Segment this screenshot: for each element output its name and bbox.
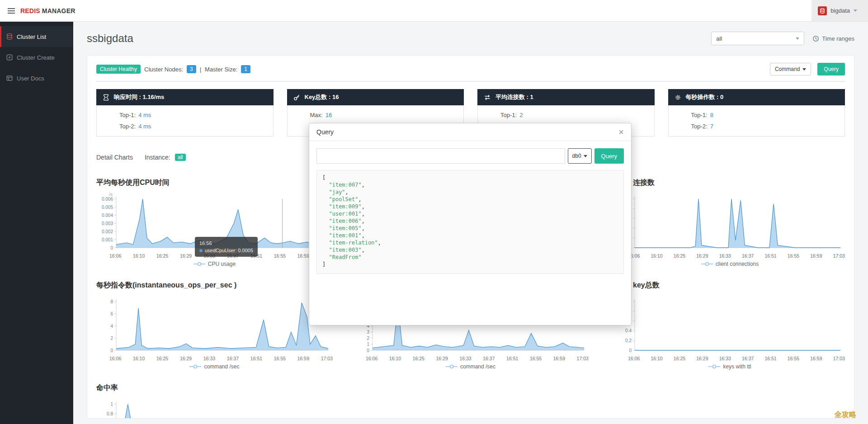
svg-text:4: 4 [110,324,113,329]
query-input[interactable] [316,148,565,164]
stat-row: Top-1:4 ms [119,109,273,121]
master-size-label: Master Size: [205,66,237,73]
chart-legend[interactable]: client connections [615,261,845,267]
chart-title: 平均每秒使用CPU时间 [96,178,333,188]
brand-redis: REDIS [20,7,40,14]
x-axis-labels: 16:0616:1016:2516:2916:3316:3716:5116:55… [96,356,333,361]
chart-title: 每秒指令数(instantaneous_ops_per_sec ) [96,281,333,291]
svg-text:0.003: 0.003 [102,221,113,226]
chart-plot[interactable]: 11.21.41.61.82 [615,192,845,250]
chart-legend[interactable]: CPU usage [96,261,333,267]
x-axis-labels: 16:0616:1016:2516:2916:3316:3716:5116:55… [353,356,589,361]
stat-row: Max:16 [310,109,464,121]
chart-ops-per-sec: 每秒指令数(instantaneous_ops_per_sec )0246816… [96,281,333,370]
cluster-status-bar: Cluster Healthy Cluster Nodes: 3 | Maste… [96,63,845,82]
chart-plot[interactable]: 00.20.40.60.81 [96,397,333,419]
chevron-down-icon [584,155,587,157]
clock-icon [812,35,819,42]
redis-logo-icon [818,6,827,15]
x-axis-labels: 16:0616:1016:2516:2916:3316:3716:5116:55… [615,253,845,259]
legend-marker-icon [708,364,720,369]
header-controls: all Time ranges [711,32,854,45]
chart-hit-rate: 命中率00.20.40.60.81 [96,383,333,419]
brand-manager: MANAGER [42,7,75,14]
card-title: 响应时间 : 1.16/ms [114,93,164,101]
key-icon [293,94,300,101]
svg-text:0.8: 0.8 [107,411,113,416]
sidebar-item-label: Cluster List [17,33,46,40]
svg-text:0.2: 0.2 [625,338,632,343]
time-ranges-button[interactable]: Time ranges [812,35,854,42]
stat-row: Top-2:4 ms [119,121,273,132]
card-title: 每秒操作数 : 0 [686,93,724,101]
database-icon [6,33,13,40]
watermark: 全攻略 [835,410,856,419]
svg-text:0.002: 0.002 [102,229,113,234]
chart-legend[interactable]: command /sec [96,363,333,370]
nodes-count-badge: 3 [187,65,196,73]
chart-title: 命中率 [96,383,333,393]
detail-charts-label: Detail Charts [96,154,133,161]
query-result: [ "item:007", "jay", "poolSet", "item:00… [316,170,624,274]
user-menu[interactable]: bigdata [811,0,868,21]
sidebar-item-cluster-list[interactable]: Cluster List [0,26,73,47]
hourglass-icon [103,94,109,101]
command-button-label: Command [775,66,800,72]
stat-value: 2 [519,112,523,118]
stat-value: 4 ms [138,112,151,118]
chart-cpu-usage: 平均每秒使用CPU时间/s00.0010.0020.0030.0040.0050… [96,178,333,267]
query-button[interactable]: Query [817,63,845,75]
svg-text:0: 0 [110,245,113,250]
stat-row: Top-2:7 [691,121,845,132]
hamburger-icon [7,8,15,14]
card-title: Key总数 : 16 [305,93,339,101]
stat-card-response-time: 响应时间 : 1.16/ms Top-1:4 ms Top-2:4 ms [96,89,274,137]
cluster-actions: Command Query [770,63,845,75]
legend-marker-icon [701,262,713,266]
modal-query-button[interactable]: Query [594,148,624,164]
svg-text:3: 3 [367,330,369,334]
db-button-label: db0 [572,153,581,159]
svg-text:0.004: 0.004 [102,213,113,218]
svg-text:0.4: 0.4 [625,328,632,333]
stat-label: Top-1: [691,112,708,118]
x-axis-labels: 16:0616:1016:2516:2916:3316:3716:5116:55… [615,356,845,361]
username: bigdata [830,7,850,14]
command-dropdown-button[interactable]: Command [770,63,811,75]
svg-text:/s: /s [109,192,113,197]
plus-square-icon [6,54,13,61]
page-title: ssbigdata [87,32,133,45]
close-icon[interactable]: × [618,129,624,135]
docs-icon [6,75,13,81]
svg-text:0: 0 [367,348,369,353]
range-select[interactable]: all [711,32,804,45]
health-badge: Cluster Healthy [96,65,141,74]
stat-value: 7 [710,123,713,130]
gear-icon [675,94,681,101]
stat-label: Top-1: [500,112,517,118]
chart-plot[interactable]: 00.20.40.60.81 [615,294,845,353]
stat-label: Top-2: [119,123,136,130]
stat-label: Max: [310,112,323,118]
sidebar-item-label: User Docs [17,75,44,82]
svg-text:2: 2 [110,336,113,341]
chart-plot[interactable]: 02468 [96,294,333,353]
chart-legend[interactable]: keys with ttl [615,363,845,370]
chart-legend[interactable]: command /sec [353,363,589,370]
svg-text:0: 0 [110,348,113,353]
instance-badge[interactable]: all [175,154,186,161]
stat-label: Top-1: [119,112,136,118]
sidebar-item-cluster-create[interactable]: Cluster Create [0,47,73,68]
svg-text:0.006: 0.006 [102,197,113,202]
legend-marker-icon [193,262,205,266]
db-select-button[interactable]: db0 [568,148,592,164]
chart-keys-with-ttl: key总数00.20.40.60.8116:0616:1016:2516:291… [609,281,845,370]
menu-toggle-icon[interactable] [7,8,15,14]
top-navbar: REDISMANAGER bigdata [0,0,868,22]
sidebar-item-label: Cluster Create [17,54,55,61]
app-logo[interactable]: REDISMANAGER [20,7,75,14]
chevron-down-icon [854,9,857,12]
sidebar-item-user-docs[interactable]: User Docs [0,68,73,89]
chart-connections: 连接数11.21.41.61.8216:0616:1016:2516:2916:… [609,178,845,267]
stat-card-ops-per-sec: 每秒操作数 : 0 Top-1:8 Top-2:7 [668,89,845,137]
